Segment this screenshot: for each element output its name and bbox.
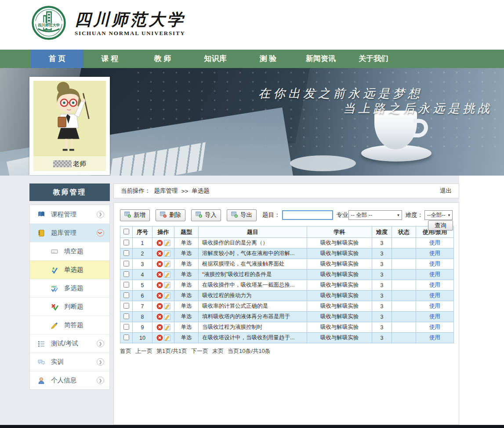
table-delete-icon bbox=[160, 211, 167, 219]
banner-plate-decor bbox=[290, 155, 356, 171]
edit-row-icon[interactable] bbox=[163, 324, 171, 330]
row-checkbox[interactable] bbox=[123, 324, 129, 330]
major-filter-label: 专业 bbox=[337, 211, 348, 219]
breadcrumb-section[interactable]: 题库管理 bbox=[154, 187, 178, 195]
nav-item[interactable]: 测 验 bbox=[242, 50, 294, 68]
page-link[interactable]: 第1页/共1页 bbox=[156, 347, 187, 355]
sidebar-title: 教师管理 bbox=[29, 183, 110, 201]
use-link[interactable]: 使用 bbox=[429, 324, 440, 330]
delete-row-icon[interactable] bbox=[156, 240, 163, 246]
nav-item[interactable]: 教 师 bbox=[136, 50, 189, 68]
edit-row-icon[interactable] bbox=[163, 261, 171, 267]
delete-row-icon[interactable] bbox=[156, 292, 163, 299]
toolbar: 新增 删除 导入 导出 题目： bbox=[120, 209, 453, 222]
row-checkbox[interactable] bbox=[123, 240, 129, 245]
delete-row-icon[interactable] bbox=[156, 303, 163, 309]
delete-row-icon[interactable] bbox=[156, 250, 163, 256]
use-link[interactable]: 使用 bbox=[429, 313, 440, 320]
chevron-right-icon: ❯ bbox=[97, 211, 104, 218]
teacher-avatar bbox=[33, 81, 106, 156]
table-row: 2单选溶解度较小时，气体在液相中的溶解...吸收与解吸实验3使用 bbox=[120, 248, 454, 259]
row-checkbox[interactable] bbox=[123, 271, 129, 277]
university-name-zh: 四川师范大学 bbox=[75, 11, 185, 29]
nav-item[interactable]: 课 程 bbox=[83, 50, 136, 68]
edit-row-icon[interactable] bbox=[163, 292, 171, 299]
use-link[interactable]: 使用 bbox=[429, 240, 440, 246]
page-link[interactable]: 上一页 bbox=[135, 347, 152, 355]
banner-slogan-line2: 当上路之后永远是挑战 bbox=[343, 101, 493, 116]
main-region: 教师管理 课程管理❯题库管理❯填空题A单选题ABC多选题判断题简答题测试/考试❯… bbox=[0, 176, 459, 425]
delete-row-icon[interactable] bbox=[156, 334, 163, 341]
edit-row-icon[interactable] bbox=[163, 303, 171, 309]
main-nav: 首 页课 程教 师知识库测 验新闻资讯关于我们 bbox=[0, 50, 504, 68]
page-link[interactable]: 末页 bbox=[212, 347, 224, 355]
sidebar-item-judgment[interactable]: 判断题 bbox=[30, 297, 109, 316]
use-link[interactable]: 使用 bbox=[429, 292, 440, 299]
use-link[interactable]: 使用 bbox=[429, 250, 440, 256]
select-all-checkbox[interactable] bbox=[123, 229, 129, 234]
sidebar-item-course-management[interactable]: 课程管理❯ bbox=[30, 205, 109, 223]
import-button[interactable]: 导入 bbox=[191, 209, 221, 221]
row-checkbox[interactable] bbox=[123, 313, 129, 319]
delete-button[interactable]: 删除 bbox=[156, 209, 185, 221]
use-link[interactable]: 使用 bbox=[429, 334, 440, 341]
nav-item[interactable]: 新闻资讯 bbox=[294, 50, 347, 68]
nav-item[interactable]: 首 页 bbox=[31, 50, 83, 68]
edit-row-icon[interactable] bbox=[163, 313, 171, 320]
edit-row-icon[interactable] bbox=[163, 250, 171, 256]
breadcrumb-prefix: 当前操作： bbox=[121, 187, 151, 195]
use-link[interactable]: 使用 bbox=[429, 303, 440, 309]
table-header-row: 序号 操作 题型 题目 学科 难度 状态 使用/禁用 bbox=[120, 227, 454, 238]
sidebar-item-test-exam[interactable]: 测试/考试❯ bbox=[30, 334, 109, 352]
delete-row-icon[interactable] bbox=[156, 324, 163, 330]
sidebar-item-multi-choice[interactable]: ABC多选题 bbox=[30, 279, 109, 297]
nav-item[interactable]: 知识库 bbox=[189, 50, 242, 68]
sidebar-item-personal-info[interactable]: 个人信息❯ bbox=[30, 371, 109, 389]
add-button[interactable]: 新增 bbox=[120, 209, 150, 221]
table-import-icon bbox=[196, 211, 202, 219]
delete-row-icon[interactable] bbox=[156, 313, 163, 320]
row-checkbox[interactable] bbox=[123, 303, 129, 309]
table-row: 9单选当吸收过程为液膜控制时吸收与解吸实验3使用 bbox=[120, 322, 454, 333]
page-link[interactable]: 当页10条/共10条 bbox=[228, 347, 271, 355]
judge-icon bbox=[50, 303, 59, 311]
page-link[interactable]: 首页 bbox=[120, 347, 131, 355]
delete-row-icon[interactable] bbox=[156, 261, 163, 267]
row-checkbox[interactable] bbox=[123, 261, 129, 266]
edit-row-icon[interactable] bbox=[163, 334, 171, 341]
edit-row-icon[interactable] bbox=[163, 240, 171, 246]
table-row: 4单选“液膜控制”吸收过程的条件是吸收与解吸实验3使用 bbox=[120, 270, 454, 280]
sidebar-item-single-choice[interactable]: A单选题 bbox=[30, 260, 109, 279]
edit-row-icon[interactable] bbox=[163, 282, 171, 288]
sidebar-item-practical-training[interactable]: 实训❯ bbox=[30, 352, 109, 371]
edit-row-icon[interactable] bbox=[163, 271, 171, 277]
search-button[interactable]: 查询 bbox=[428, 220, 453, 230]
chevron-right-icon: ❯ bbox=[97, 340, 104, 347]
sidebar: 教师管理 课程管理❯题库管理❯填空题A单选题ABC多选题判断题简答题测试/考试❯… bbox=[29, 183, 110, 390]
title-filter-input[interactable] bbox=[282, 210, 333, 220]
sidebar-item-short-answer[interactable]: 简答题 bbox=[30, 316, 109, 334]
use-link[interactable]: 使用 bbox=[429, 261, 440, 267]
sidebar-item-question-bank[interactable]: 题库管理❯ bbox=[30, 223, 109, 242]
teacher-name: 老师 bbox=[33, 156, 106, 171]
delete-row-icon[interactable] bbox=[156, 282, 163, 288]
row-checkbox[interactable] bbox=[123, 292, 129, 298]
nav-item[interactable]: 关于我们 bbox=[347, 50, 400, 68]
major-select[interactable]: -- 全部 -- ▼ bbox=[348, 210, 402, 220]
difficulty-select[interactable]: --全部-- ▼ bbox=[424, 210, 453, 220]
row-checkbox[interactable] bbox=[123, 250, 129, 256]
use-link[interactable]: 使用 bbox=[429, 282, 440, 288]
logout-button[interactable]: 退出 bbox=[440, 187, 452, 195]
pagination: 首页上一页第1页/共1页下一页末页当页10条/共10条 bbox=[120, 347, 453, 355]
chevron-down-icon: ❯ bbox=[97, 229, 104, 237]
delete-row-icon[interactable] bbox=[156, 271, 163, 277]
sidebar-item-fill-blank[interactable]: 填空题 bbox=[30, 242, 109, 260]
blank-icon bbox=[50, 248, 59, 255]
export-button[interactable]: 导出 bbox=[227, 209, 257, 221]
row-checkbox[interactable] bbox=[123, 282, 129, 288]
teacher-card: 老师 bbox=[29, 77, 110, 175]
row-checkbox[interactable] bbox=[123, 334, 129, 340]
site-header: 四川师范大学 四川师范大学 SICHUAN NORMAL UNIVERSITY bbox=[0, 0, 504, 50]
use-link[interactable]: 使用 bbox=[429, 271, 440, 277]
page-link[interactable]: 下一页 bbox=[191, 347, 208, 355]
